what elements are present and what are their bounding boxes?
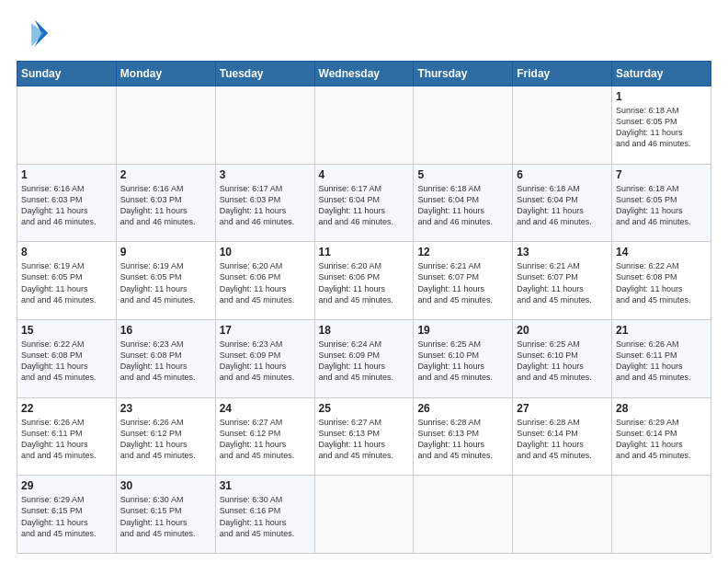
day-number: 12 [417,246,508,259]
day-info: Sunrise: 6:23 AMSunset: 6:08 PMDaylight:… [120,339,211,384]
day-number: 13 [517,246,608,259]
calendar-cell: 1 Sunrise: 6:16 AMSunset: 6:03 PMDayligh… [17,164,117,242]
day-info: Sunrise: 6:17 AMSunset: 6:03 PMDaylight:… [220,183,311,228]
calendar-table: SundayMondayTuesdayWednesdayThursdayFrid… [17,61,711,554]
calendar-cell: 15 Sunrise: 6:22 AMSunset: 6:08 PMDaylig… [17,319,117,397]
weekday-header: Thursday [414,62,513,86]
day-number: 11 [319,246,410,259]
day-info: Sunrise: 6:28 AMSunset: 6:13 PMDaylight:… [417,417,508,462]
day-number: 22 [21,402,112,415]
calendar-cell [215,86,314,165]
day-number: 20 [517,324,608,337]
day-number: 6 [517,168,608,181]
day-info: Sunrise: 6:22 AMSunset: 6:08 PMDaylight:… [616,260,707,305]
calendar-cell [513,476,612,554]
day-info: Sunrise: 6:27 AMSunset: 6:12 PMDaylight:… [220,417,311,462]
calendar-cell: 27 Sunrise: 6:28 AMSunset: 6:14 PMDaylig… [513,397,612,476]
day-info: Sunrise: 6:29 AMSunset: 6:15 PMDaylight:… [21,494,112,539]
calendar-cell: 3 Sunrise: 6:17 AMSunset: 6:03 PMDayligh… [215,164,314,242]
day-info: Sunrise: 6:20 AMSunset: 6:06 PMDaylight:… [319,260,410,305]
day-info: Sunrise: 6:19 AMSunset: 6:05 PMDaylight:… [120,260,211,305]
day-info: Sunrise: 6:26 AMSunset: 6:11 PMDaylight:… [616,339,707,384]
day-number: 21 [616,324,707,337]
day-info: Sunrise: 6:22 AMSunset: 6:08 PMDaylight:… [21,339,112,384]
weekday-header: Monday [116,62,215,86]
day-info: Sunrise: 6:21 AMSunset: 6:07 PMDaylight:… [517,260,608,305]
day-info: Sunrise: 6:28 AMSunset: 6:14 PMDaylight:… [517,417,608,462]
calendar-cell: 4 Sunrise: 6:17 AMSunset: 6:04 PMDayligh… [314,164,414,242]
calendar-cell: 7 Sunrise: 6:18 AMSunset: 6:05 PMDayligh… [612,164,711,242]
calendar-cell [414,86,513,165]
page: SundayMondayTuesdayWednesdayThursdayFrid… [0,0,728,563]
day-number: 18 [319,324,410,337]
day-number: 4 [319,168,410,181]
calendar-cell: 14 Sunrise: 6:22 AMSunset: 6:08 PMDaylig… [612,242,711,320]
calendar-cell: 19 Sunrise: 6:25 AMSunset: 6:10 PMDaylig… [414,319,513,397]
calendar-cell: 31 Sunrise: 6:30 AMSunset: 6:16 PMDaylig… [215,476,314,554]
logo-icon [17,17,50,50]
day-number: 16 [120,324,211,337]
day-info: Sunrise: 6:26 AMSunset: 6:12 PMDaylight:… [120,417,211,462]
calendar-cell: 1 Sunrise: 6:18 AMSunset: 6:05 PMDayligh… [612,86,711,165]
calendar-cell: 28 Sunrise: 6:29 AMSunset: 6:14 PMDaylig… [612,397,711,476]
day-number: 10 [220,246,311,259]
day-number: 1 [616,90,707,103]
calendar-cell: 5 Sunrise: 6:18 AMSunset: 6:04 PMDayligh… [414,164,513,242]
header [17,17,711,50]
calendar-cell: 24 Sunrise: 6:27 AMSunset: 6:12 PMDaylig… [215,397,314,476]
day-info: Sunrise: 6:30 AMSunset: 6:15 PMDaylight:… [120,494,211,539]
day-number: 29 [21,479,112,492]
day-info: Sunrise: 6:18 AMSunset: 6:04 PMDaylight:… [417,183,508,228]
calendar-cell [116,86,215,165]
day-info: Sunrise: 6:17 AMSunset: 6:04 PMDaylight:… [319,183,410,228]
day-number: 26 [417,402,508,415]
logo [17,17,53,50]
calendar-cell [414,476,513,554]
day-number: 8 [21,246,112,259]
day-number: 24 [220,402,311,415]
calendar-cell: 16 Sunrise: 6:23 AMSunset: 6:08 PMDaylig… [116,319,215,397]
calendar-cell: 18 Sunrise: 6:24 AMSunset: 6:09 PMDaylig… [314,319,414,397]
day-number: 27 [517,402,608,415]
calendar-cell: 6 Sunrise: 6:18 AMSunset: 6:04 PMDayligh… [513,164,612,242]
calendar-cell: 11 Sunrise: 6:20 AMSunset: 6:06 PMDaylig… [314,242,414,320]
calendar-cell: 9 Sunrise: 6:19 AMSunset: 6:05 PMDayligh… [116,242,215,320]
day-info: Sunrise: 6:20 AMSunset: 6:06 PMDaylight:… [220,260,311,305]
day-info: Sunrise: 6:30 AMSunset: 6:16 PMDaylight:… [220,494,311,539]
day-number: 7 [616,168,707,181]
day-info: Sunrise: 6:24 AMSunset: 6:09 PMDaylight:… [319,339,410,384]
day-number: 17 [220,324,311,337]
calendar-cell: 21 Sunrise: 6:26 AMSunset: 6:11 PMDaylig… [612,319,711,397]
day-number: 23 [120,402,211,415]
weekday-header: Friday [513,62,612,86]
calendar-cell: 23 Sunrise: 6:26 AMSunset: 6:12 PMDaylig… [116,397,215,476]
calendar-cell: 30 Sunrise: 6:30 AMSunset: 6:15 PMDaylig… [116,476,215,554]
day-number: 9 [120,246,211,259]
calendar-cell: 2 Sunrise: 6:16 AMSunset: 6:03 PMDayligh… [116,164,215,242]
day-number: 1 [21,168,112,181]
weekday-header: Wednesday [314,62,414,86]
weekday-header: Sunday [17,62,117,86]
weekday-header: Tuesday [215,62,314,86]
calendar-cell: 17 Sunrise: 6:23 AMSunset: 6:09 PMDaylig… [215,319,314,397]
calendar-cell: 25 Sunrise: 6:27 AMSunset: 6:13 PMDaylig… [314,397,414,476]
calendar-cell: 29 Sunrise: 6:29 AMSunset: 6:15 PMDaylig… [17,476,117,554]
day-number: 5 [417,168,508,181]
day-info: Sunrise: 6:16 AMSunset: 6:03 PMDaylight:… [120,183,211,228]
day-info: Sunrise: 6:18 AMSunset: 6:05 PMDaylight:… [616,105,707,150]
day-info: Sunrise: 6:26 AMSunset: 6:11 PMDaylight:… [21,417,112,462]
day-info: Sunrise: 6:25 AMSunset: 6:10 PMDaylight:… [417,339,508,384]
day-info: Sunrise: 6:21 AMSunset: 6:07 PMDaylight:… [417,260,508,305]
calendar-cell [314,86,414,165]
weekday-header: Saturday [612,62,711,86]
day-number: 28 [616,402,707,415]
day-info: Sunrise: 6:25 AMSunset: 6:10 PMDaylight:… [517,339,608,384]
day-info: Sunrise: 6:18 AMSunset: 6:04 PMDaylight:… [517,183,608,228]
day-number: 2 [120,168,211,181]
day-info: Sunrise: 6:23 AMSunset: 6:09 PMDaylight:… [220,339,311,384]
day-number: 25 [319,402,410,415]
day-number: 14 [616,246,707,259]
day-info: Sunrise: 6:16 AMSunset: 6:03 PMDaylight:… [21,183,112,228]
calendar-cell: 22 Sunrise: 6:26 AMSunset: 6:11 PMDaylig… [17,397,117,476]
day-number: 19 [417,324,508,337]
